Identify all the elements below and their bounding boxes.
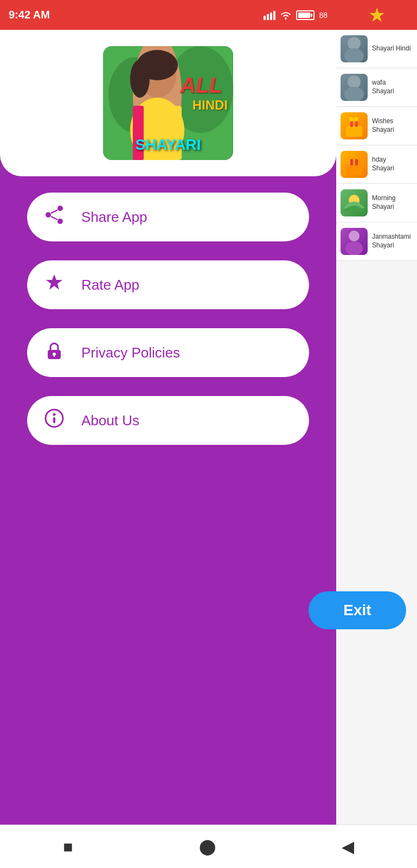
svg-point-30	[46, 212, 51, 218]
app-logo: ALL HINDI SHAYARI	[103, 46, 233, 160]
status-icons: 88	[264, 10, 328, 20]
svg-point-13	[349, 231, 360, 241]
rate-app-button[interactable]: Rate App	[27, 260, 309, 309]
exit-label: Exit	[343, 602, 371, 619]
list-item[interactable]: JanmashtamiShayari	[336, 222, 417, 261]
item-label: Shayari Hindi	[372, 44, 410, 53]
item-label: WishesShayari	[372, 117, 394, 134]
svg-rect-9	[346, 164, 362, 175]
star-icon: ★	[368, 4, 386, 27]
list-item[interactable]: MorningShayari	[336, 184, 417, 222]
star-rate-icon	[43, 272, 65, 297]
svg-point-7	[349, 117, 354, 122]
privacy-button[interactable]: Privacy Policies	[27, 328, 309, 377]
share-app-label: Share App	[81, 209, 147, 226]
share-icon	[43, 205, 65, 229]
svg-point-40	[53, 413, 56, 416]
list-item[interactable]: wafaShayari	[336, 68, 417, 107]
nav-home-icon[interactable]: ⬤	[199, 838, 216, 856]
svg-point-14	[345, 241, 363, 255]
item-label: MorningShayari	[372, 194, 395, 211]
svg-point-25	[130, 60, 150, 98]
lock-icon	[43, 340, 65, 365]
svg-point-31	[57, 219, 63, 224]
nav-stop-icon[interactable]: ■	[63, 838, 73, 856]
logo-text-shayari: SHAYARI	[136, 136, 201, 154]
status-time: 9:42 AM	[9, 9, 50, 21]
list-item[interactable]: WishesShayari	[336, 107, 417, 145]
svg-point-29	[57, 206, 63, 211]
right-panel-header: ★	[336, 0, 417, 30]
thumb-birthday	[341, 151, 368, 178]
logo-text-hindi: HINDI	[193, 98, 228, 113]
svg-rect-15	[264, 16, 266, 20]
exit-button[interactable]: Exit	[309, 591, 406, 629]
svg-marker-34	[46, 275, 62, 290]
thumb-wishes	[341, 112, 368, 139]
svg-rect-16	[267, 14, 269, 20]
thumb-krishna	[341, 228, 368, 255]
svg-line-32	[51, 210, 57, 213]
svg-rect-39	[53, 417, 55, 423]
svg-point-2	[348, 75, 361, 88]
item-label: JanmashtamiShayari	[372, 233, 410, 250]
thumb-shayari	[341, 35, 368, 62]
nav-back-icon[interactable]: ◀	[342, 837, 354, 856]
logo-text-all: ALL	[180, 73, 222, 98]
about-us-button[interactable]: About Us	[27, 396, 309, 445]
privacy-label: Privacy Policies	[81, 344, 180, 361]
svg-rect-11	[355, 159, 358, 165]
thumb-morning	[341, 189, 368, 216]
svg-rect-4	[346, 126, 362, 137]
svg-point-0	[348, 37, 361, 50]
nav-bar: ■ ⬤ ◀	[0, 825, 417, 868]
battery-level: 88	[319, 11, 328, 20]
battery-icon	[296, 10, 315, 20]
about-us-label: About Us	[81, 412, 139, 429]
list-item[interactable]: Shayari Hindi	[336, 30, 417, 68]
item-label: wafaShayari	[372, 79, 394, 95]
rate-app-label: Rate App	[81, 277, 139, 293]
status-bar: 9:42 AM 88	[0, 0, 336, 30]
svg-point-3	[344, 87, 364, 101]
list-item[interactable]: hdayShayari	[336, 145, 417, 184]
svg-point-8	[354, 117, 358, 122]
right-panel-list: Shayari Hindi wafaShayari WishesShayari …	[336, 30, 417, 261]
svg-point-1	[344, 48, 364, 62]
svg-line-33	[51, 216, 57, 220]
drawer-menu: ALL HINDI SHAYARI Share App	[0, 0, 336, 868]
svg-rect-10	[350, 159, 353, 165]
info-icon	[43, 408, 65, 433]
right-panel: ★ Shayari Hindi wafaShayari WishesShayar…	[336, 0, 417, 868]
signal-icon	[264, 10, 275, 20]
svg-rect-17	[270, 12, 272, 20]
item-label: hdayShayari	[372, 156, 394, 173]
logo-section: ALL HINDI SHAYARI	[0, 30, 336, 176]
thumb-wafa	[341, 74, 368, 101]
svg-rect-37	[54, 354, 55, 357]
wifi-icon	[280, 10, 292, 20]
share-app-button[interactable]: Share App	[27, 193, 309, 241]
svg-rect-18	[273, 11, 275, 20]
